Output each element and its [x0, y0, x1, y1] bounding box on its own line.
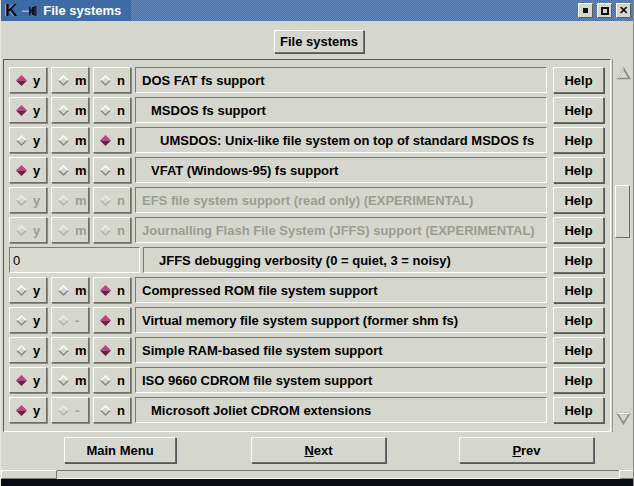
radio-n[interactable]: n	[93, 97, 131, 123]
radio-y[interactable]: y	[9, 217, 47, 243]
help-button[interactable]: Help	[553, 157, 604, 183]
status-segment	[1, 470, 57, 479]
titlebar[interactable]: K File systems ✕	[1, 0, 634, 21]
radio-n[interactable]: n	[93, 187, 131, 213]
help-button[interactable]: Help	[553, 367, 604, 393]
option-label: MSDOS fs support	[135, 97, 547, 123]
help-button[interactable]: Help	[553, 307, 604, 333]
radio-diamond-icon	[15, 404, 28, 417]
help-button[interactable]: Help	[553, 217, 604, 243]
help-button[interactable]: Help	[553, 187, 604, 213]
option-label: ISO 9660 CDROM file system support	[135, 367, 547, 393]
option-row: y m n Simple RAM-based file system suppo…	[4, 337, 610, 363]
radio-y[interactable]: y	[9, 127, 47, 153]
section-button[interactable]: File systems	[274, 30, 364, 53]
radio-m[interactable]: m	[51, 277, 89, 303]
radio-diamond-icon	[15, 224, 28, 237]
radio-n[interactable]: n	[93, 217, 131, 243]
radio-diamond-icon	[57, 164, 70, 177]
next-button[interactable]: Next	[251, 437, 386, 463]
option-label: Compressed ROM file system support	[135, 277, 547, 303]
help-button[interactable]: Help	[553, 247, 604, 273]
status-segment	[57, 470, 619, 479]
option-row: y m n VFAT (Windows-95) fs support Help	[4, 157, 610, 183]
main-menu-button[interactable]: Main Menu	[64, 437, 176, 463]
k-menu-icon[interactable]: K	[5, 0, 17, 21]
radio-m[interactable]: -	[51, 397, 89, 423]
vertical-scrollbar[interactable]	[612, 59, 632, 432]
radio-m[interactable]: m	[51, 367, 89, 393]
scroll-up-button[interactable]	[614, 61, 632, 85]
radio-diamond-icon	[15, 314, 28, 327]
radio-letter-n: n	[117, 223, 125, 238]
radio-diamond-icon	[99, 374, 112, 387]
option-row: y m n Compressed ROM file system support…	[4, 277, 610, 303]
radio-n[interactable]: n	[93, 277, 131, 303]
radio-n[interactable]: n	[93, 367, 131, 393]
sticky-pin-icon[interactable]	[22, 5, 38, 17]
radio-n[interactable]: n	[93, 307, 131, 333]
value-input[interactable]: 0	[9, 247, 140, 273]
radio-diamond-icon	[15, 104, 28, 117]
radio-n[interactable]: n	[93, 157, 131, 183]
help-button[interactable]: Help	[553, 337, 604, 363]
radio-y[interactable]: y	[9, 277, 47, 303]
scroll-down-button[interactable]	[614, 406, 632, 430]
radio-n[interactable]: n	[93, 397, 131, 423]
radio-y[interactable]: y	[9, 307, 47, 333]
option-row: y - n Virtual memory file system support…	[4, 307, 610, 333]
radio-m[interactable]: m	[51, 337, 89, 363]
radio-diamond-icon	[57, 74, 70, 87]
radio-n[interactable]: n	[93, 337, 131, 363]
radio-letter-m: m	[75, 223, 87, 238]
radio-m[interactable]: -	[51, 307, 89, 333]
radio-diamond-icon	[57, 404, 70, 417]
radio-y[interactable]: y	[9, 187, 47, 213]
radio-diamond-icon	[57, 374, 70, 387]
radio-letter-n: n	[117, 373, 125, 388]
radio-y[interactable]: y	[9, 67, 47, 93]
help-button[interactable]: Help	[553, 127, 604, 153]
radio-m[interactable]: m	[51, 157, 89, 183]
titlebar-caption: K File systems	[1, 0, 131, 21]
radio-y[interactable]: y	[9, 157, 47, 183]
resize-grip[interactable]	[619, 470, 634, 479]
help-button[interactable]: Help	[553, 277, 604, 303]
radio-diamond-icon	[99, 194, 112, 207]
option-label: VFAT (Windows-95) fs support	[135, 157, 547, 183]
minimize-icon	[583, 8, 588, 13]
prev-button[interactable]: Prev	[459, 437, 594, 463]
radio-letter-m: m	[75, 73, 87, 88]
help-button[interactable]: Help	[553, 67, 604, 93]
maximize-button[interactable]	[597, 3, 612, 18]
radio-diamond-icon	[99, 284, 112, 297]
close-button[interactable]: ✕	[616, 3, 631, 18]
radio-m[interactable]: m	[51, 187, 89, 213]
radio-m[interactable]: m	[51, 217, 89, 243]
radio-diamond-icon	[15, 74, 28, 87]
radio-letter-y: y	[33, 193, 40, 208]
radio-letter-n: n	[117, 103, 125, 118]
close-icon: ✕	[619, 5, 628, 16]
radio-y[interactable]: y	[9, 97, 47, 123]
radio-m[interactable]: m	[51, 97, 89, 123]
radio-n[interactable]: n	[93, 127, 131, 153]
minimize-button[interactable]	[578, 3, 593, 18]
radio-letter-m: m	[75, 343, 87, 358]
radio-diamond-icon	[57, 224, 70, 237]
help-button[interactable]: Help	[553, 97, 604, 123]
option-label: DOS FAT fs support	[135, 67, 547, 93]
kernel-config-window: K File systems ✕ File systems y	[0, 0, 634, 486]
radio-y[interactable]: y	[9, 367, 47, 393]
radio-n[interactable]: n	[93, 67, 131, 93]
radio-m[interactable]: m	[51, 127, 89, 153]
radio-m[interactable]: m	[51, 67, 89, 93]
scrollbar-thumb[interactable]	[615, 185, 630, 238]
radio-letter-y: y	[33, 373, 40, 388]
radio-y[interactable]: y	[9, 397, 47, 423]
radio-diamond-icon	[15, 164, 28, 177]
radio-y[interactable]: y	[9, 337, 47, 363]
radio-diamond-icon	[57, 284, 70, 297]
option-row: y m n ISO 9660 CDROM file system support…	[4, 367, 610, 393]
help-button[interactable]: Help	[553, 397, 604, 423]
